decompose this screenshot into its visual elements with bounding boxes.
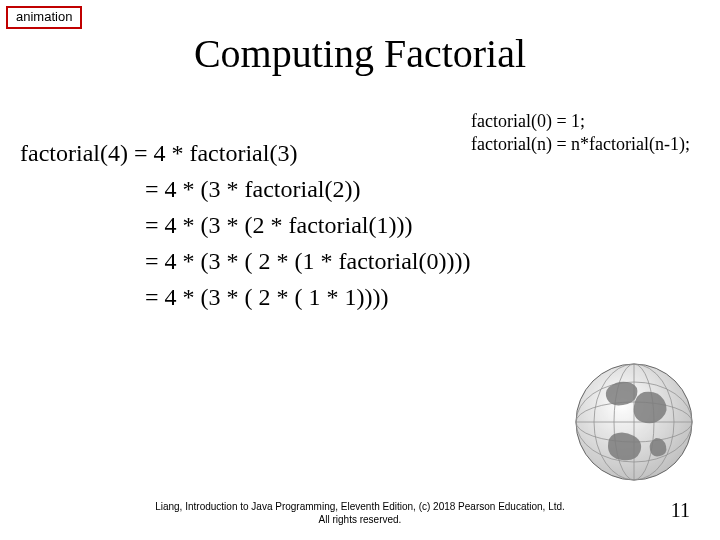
expansion-block: factorial(4) = 4 * factorial(3) = 4 * (3… [20, 135, 470, 315]
expansion-lhs: factorial(4) [20, 140, 134, 166]
expansion-rhs-1: = 4 * (3 * factorial(2)) [145, 176, 360, 202]
expansion-rhs-0: = 4 * factorial(3) [134, 140, 297, 166]
expansion-rhs-3: = 4 * (3 * ( 2 * (1 * factorial(0)))) [145, 248, 470, 274]
definition-line-1: factorial(0) = 1; [471, 110, 690, 133]
footer: Liang, Introduction to Java Programming,… [0, 501, 720, 526]
page-number: 11 [671, 499, 690, 522]
expansion-row-3: = 4 * (3 * ( 2 * (1 * factorial(0)))) [20, 243, 470, 279]
expansion-rhs-2: = 4 * (3 * (2 * factorial(1))) [145, 212, 412, 238]
animation-badge-label: animation [16, 9, 72, 24]
expansion-rhs-4: = 4 * (3 * ( 2 * ( 1 * 1)))) [145, 284, 388, 310]
expansion-row-1: = 4 * (3 * factorial(2)) [20, 171, 470, 207]
slide-title: Computing Factorial [0, 30, 720, 77]
animation-badge: animation [6, 6, 82, 29]
footer-line-1: Liang, Introduction to Java Programming,… [0, 501, 720, 514]
expansion-row-4: = 4 * (3 * ( 2 * ( 1 * 1)))) [20, 279, 470, 315]
expansion-row-2: = 4 * (3 * (2 * factorial(1))) [20, 207, 470, 243]
definition-block: factorial(0) = 1; factorial(n) = n*facto… [471, 110, 690, 155]
definition-line-2: factorial(n) = n*factorial(n-1); [471, 133, 690, 156]
footer-line-2: All rights reserved. [0, 514, 720, 527]
globe-icon [564, 352, 704, 492]
expansion-row-0: factorial(4) = 4 * factorial(3) [20, 135, 470, 171]
